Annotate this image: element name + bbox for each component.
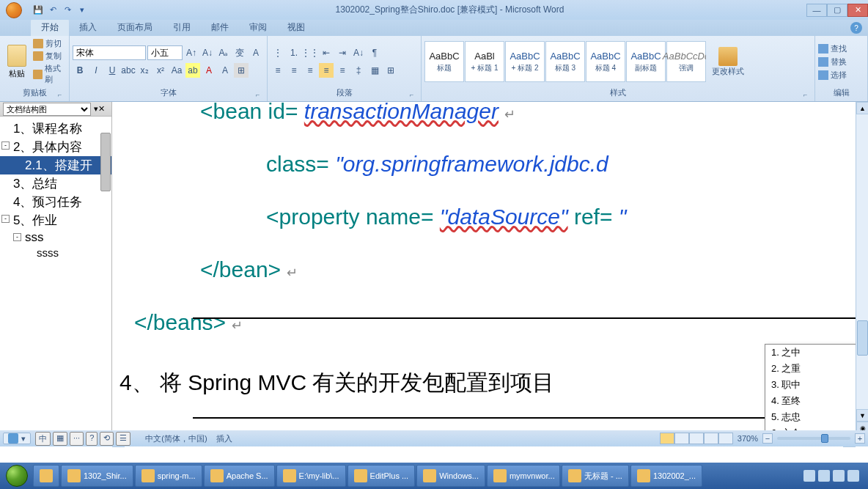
- nav-item[interactable]: sss-: [0, 229, 111, 246]
- enclose-icon[interactable]: A: [249, 45, 263, 60]
- lang-item[interactable]: 中: [35, 432, 51, 446]
- zoom-handle[interactable]: [821, 434, 828, 443]
- nav-scrollbar-thumb[interactable]: [100, 133, 111, 191]
- font-launcher-icon[interactable]: ⌐: [256, 91, 265, 100]
- lang-item[interactable]: ☰: [116, 432, 130, 446]
- char-border-icon[interactable]: A: [218, 63, 232, 78]
- zoom-in-button[interactable]: +: [855, 433, 865, 444]
- expand-icon[interactable]: -: [1, 215, 10, 223]
- zoom-label[interactable]: 370%: [738, 434, 758, 443]
- lang-item[interactable]: ▦: [53, 432, 67, 446]
- replace-button[interactable]: 替换: [818, 56, 847, 67]
- nav-item[interactable]: 4、预习任务: [0, 193, 111, 211]
- style-item[interactable]: AaBbC标题: [424, 41, 464, 82]
- numbering-icon[interactable]: 1.: [287, 45, 301, 60]
- find-button[interactable]: 查找: [818, 43, 847, 54]
- status-language[interactable]: 中文(简体，中国): [145, 433, 207, 444]
- undo-icon[interactable]: ↶: [46, 4, 59, 17]
- align-left-icon[interactable]: ≡: [271, 63, 285, 78]
- expand-icon[interactable]: -: [13, 233, 21, 241]
- multilevel-icon[interactable]: ⋮⋮: [303, 45, 317, 60]
- expand-icon[interactable]: -: [1, 141, 10, 150]
- document-area[interactable]: <bean id= transactionManager ↵ class= "o…: [112, 102, 868, 446]
- para-launcher-icon[interactable]: ⌐: [410, 91, 419, 100]
- align-right-icon[interactable]: ≡: [303, 63, 317, 78]
- style-item[interactable]: AaBbC标题 4: [586, 41, 625, 82]
- draft-view-icon[interactable]: [718, 433, 733, 444]
- maximize-button[interactable]: ▢: [827, 4, 847, 17]
- tray-network-icon[interactable]: [833, 470, 845, 482]
- web-view-icon[interactable]: [689, 433, 704, 444]
- style-item[interactable]: AaBbC副标题: [626, 41, 666, 82]
- strike-button[interactable]: abc: [121, 63, 136, 78]
- nav-item[interactable]: 2.1、搭建开: [0, 156, 111, 174]
- taskbar-item[interactable]: spring-m...: [135, 465, 202, 487]
- line-spacing-icon[interactable]: ‡: [351, 63, 366, 78]
- taskbar-item[interactable]: Apache S...: [204, 465, 275, 487]
- ime-candidate[interactable]: 2. 之重: [765, 361, 857, 377]
- nav-close-button[interactable]: ✕: [98, 104, 108, 114]
- office-button[interactable]: [0, 0, 27, 20]
- sort-icon[interactable]: A↓: [351, 45, 366, 60]
- taskbar-item[interactable]: 无标题 - ...: [562, 465, 629, 487]
- tray-volume-icon[interactable]: [847, 470, 859, 482]
- grow-font-icon[interactable]: A↑: [184, 45, 199, 60]
- print-layout-view-icon[interactable]: [660, 433, 674, 444]
- inc-indent-icon[interactable]: ⇥: [335, 45, 350, 60]
- ime-candidate[interactable]: 1. 之中: [765, 345, 857, 361]
- tab-mailings[interactable]: 邮件: [201, 19, 239, 36]
- help-icon[interactable]: ?: [850, 22, 862, 34]
- qa-more-icon[interactable]: ▾: [76, 4, 89, 17]
- select-button[interactable]: 选择: [818, 70, 847, 81]
- nav-view-select[interactable]: 文档结构图: [3, 103, 91, 116]
- borders-icon[interactable]: ⊞: [383, 63, 398, 78]
- style-item[interactable]: AaBbC+ 标题 2: [505, 41, 545, 82]
- dec-indent-icon[interactable]: ⇤: [319, 45, 334, 60]
- vscroll-thumb[interactable]: [857, 320, 868, 356]
- style-item[interactable]: AaBl+ 标题 1: [465, 41, 504, 82]
- zoom-out-button[interactable]: −: [762, 433, 773, 444]
- distribute-icon[interactable]: ≡: [335, 63, 350, 78]
- tab-layout[interactable]: 页面布局: [107, 19, 163, 36]
- style-item[interactable]: AaBbCcDd强调: [666, 41, 706, 82]
- tab-review[interactable]: 审阅: [239, 19, 277, 36]
- style-item[interactable]: AaBbC标题 3: [545, 41, 585, 82]
- task-pinned[interactable]: [33, 465, 59, 487]
- subscript-button[interactable]: x₂: [137, 63, 152, 78]
- clipboard-launcher-icon[interactable]: ⌐: [58, 91, 67, 100]
- underline-button[interactable]: U: [105, 63, 119, 78]
- lang-item[interactable]: ⟲: [100, 432, 114, 446]
- taskbar-item[interactable]: 1302_Shir...: [61, 465, 133, 487]
- nav-item[interactable]: 3、总结: [0, 174, 111, 193]
- phonetic-icon[interactable]: 变: [232, 45, 247, 60]
- styles-launcher-icon[interactable]: ⌐: [803, 91, 812, 100]
- cut-button[interactable]: 剪切: [33, 38, 66, 49]
- redo-icon[interactable]: ↷: [61, 4, 74, 17]
- scroll-down-icon[interactable]: ▼: [856, 409, 868, 422]
- outline-view-icon[interactable]: [704, 433, 718, 444]
- taskbar-item[interactable]: 1302002_...: [630, 465, 702, 487]
- tab-insert[interactable]: 插入: [69, 19, 107, 36]
- change-styles-button[interactable]: 更改样式: [710, 47, 746, 77]
- ime-candidate[interactable]: 4. 至终: [765, 393, 857, 409]
- nav-item[interactable]: 1、课程名称: [0, 120, 111, 138]
- lang-indicator[interactable]: ▾: [3, 433, 31, 444]
- bullets-icon[interactable]: ⋮: [271, 45, 285, 60]
- ime-candidate[interactable]: 5. 志忠: [765, 409, 857, 425]
- nav-item[interactable]: 5、作业-: [0, 211, 111, 229]
- start-button[interactable]: [1, 464, 32, 488]
- tab-references[interactable]: 引用: [163, 19, 201, 36]
- show-marks-icon[interactable]: ¶: [367, 45, 382, 60]
- tray-flag-icon[interactable]: [818, 470, 830, 482]
- shading-icon[interactable]: ▦: [367, 63, 382, 78]
- lang-item[interactable]: ?: [86, 432, 98, 446]
- copy-button[interactable]: 复制: [33, 51, 66, 62]
- close-button[interactable]: ✕: [847, 4, 868, 17]
- taskbar-item[interactable]: EditPlus ...: [347, 465, 416, 487]
- minimize-button[interactable]: —: [806, 4, 827, 17]
- scroll-up-icon[interactable]: ▲: [856, 102, 868, 114]
- taskbar-item[interactable]: E:\my-lib\...: [276, 465, 346, 487]
- tab-view[interactable]: 视图: [277, 19, 315, 36]
- nav-item[interactable]: ssss: [0, 246, 111, 260]
- tray-up-icon[interactable]: [803, 470, 815, 482]
